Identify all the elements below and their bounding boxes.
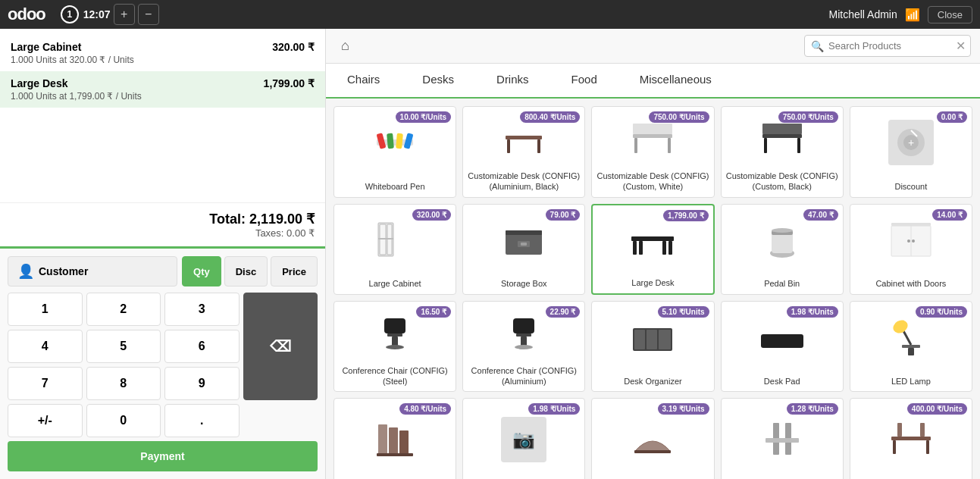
key-.[interactable]: . bbox=[164, 404, 240, 437]
key-8[interactable]: 8 bbox=[86, 367, 161, 400]
product-row4-1[interactable]: 4.80 ₹/Units bbox=[333, 398, 456, 479]
svg-rect-11 bbox=[633, 124, 672, 134]
product-name: Large Cabinet bbox=[334, 275, 456, 293]
product-cust-desk-alu-black[interactable]: 800.40 ₹/Units Customizable Desk (CONFIG… bbox=[462, 106, 585, 198]
product-desk-pad[interactable]: 1.98 ₹/Units Desk Pad bbox=[721, 301, 844, 393]
svg-text:+: + bbox=[908, 136, 914, 149]
tab-food[interactable]: Food bbox=[550, 64, 618, 97]
customer-button[interactable]: 👤 Customer bbox=[8, 256, 177, 286]
price-badge: 14.00 ₹ bbox=[932, 209, 967, 221]
key-5[interactable]: 5 bbox=[86, 330, 161, 363]
price-badge: 400.00 ₹/Units bbox=[907, 403, 967, 415]
svg-rect-63 bbox=[634, 450, 671, 453]
price-badge: 1.98 ₹/Units bbox=[787, 306, 838, 318]
price-badge: 750.00 ₹/Units bbox=[778, 111, 838, 123]
price-badge: 0.90 ₹/Units bbox=[916, 306, 967, 318]
svg-rect-14 bbox=[797, 138, 800, 153]
product-name: Conference Chair (CONFIG) (Aluminium) bbox=[463, 362, 584, 392]
product-pedal-bin[interactable]: 47.00 ₹ Pedal Bin bbox=[721, 204, 844, 295]
svg-rect-47 bbox=[516, 333, 531, 337]
product-large-cabinet[interactable]: 320.00 ₹ Large Cabinet bbox=[333, 204, 456, 295]
product-name: Discount bbox=[850, 178, 972, 196]
price-badge: 320.00 ₹ bbox=[412, 209, 451, 221]
product-discount[interactable]: 0.00 ₹ + Discount bbox=[850, 106, 972, 198]
home-button[interactable]: ⌂ bbox=[335, 35, 355, 57]
session-time: 12:07 bbox=[83, 8, 111, 20]
svg-rect-70 bbox=[897, 423, 902, 437]
svg-rect-46 bbox=[513, 318, 534, 333]
product-conf-chair-alu[interactable]: 22.90 ₹ Conference Chair (CONFIG) (Alumi… bbox=[462, 301, 585, 393]
key-7[interactable]: 7 bbox=[8, 367, 83, 400]
svg-rect-3 bbox=[396, 133, 403, 149]
disc-mode-button[interactable]: Disc bbox=[224, 256, 268, 286]
product-led-lamp[interactable]: 0.90 ₹/Units LED Lamp bbox=[850, 301, 972, 393]
price-badge: 3.19 ₹/Units bbox=[658, 403, 709, 415]
left-panel: Large Cabinet 320.00 ₹ 1.000 Units at 32… bbox=[0, 29, 326, 479]
price-badge: 800.40 ₹/Units bbox=[520, 111, 580, 123]
order-total-section: Total: 2,119.00 ₹ Taxes: 0.00 ₹ bbox=[0, 202, 325, 246]
svg-rect-62 bbox=[377, 453, 413, 456]
order-item-large-cabinet[interactable]: Large Cabinet 320.00 ₹ 1.000 Units at 32… bbox=[0, 35, 325, 71]
key-+minus[interactable]: +/- bbox=[8, 404, 83, 437]
key-9[interactable]: 9 bbox=[164, 367, 240, 400]
tab-chairs[interactable]: Chairs bbox=[326, 64, 401, 97]
price-badge: 1,799.00 ₹ bbox=[663, 210, 709, 221]
key-1[interactable]: 1 bbox=[8, 293, 83, 326]
product-storage-box[interactable]: 79.00 ₹ Storage Box bbox=[462, 204, 585, 295]
odoo-logo: odoo bbox=[8, 5, 45, 24]
svg-rect-59 bbox=[378, 424, 387, 455]
price-mode-button[interactable]: Price bbox=[271, 256, 318, 286]
session-number: 1 bbox=[61, 5, 79, 23]
svg-rect-32 bbox=[662, 241, 666, 255]
add-order-button[interactable]: + bbox=[114, 4, 135, 25]
search-input[interactable] bbox=[828, 40, 956, 52]
product-cust-desk-custom-black[interactable]: 750.00 ₹/Units Customizable Desk (CONFIG… bbox=[721, 106, 844, 198]
key-4[interactable]: 4 bbox=[8, 330, 83, 363]
product-row4-3[interactable]: 3.19 ₹/Units bbox=[591, 398, 714, 479]
key-0[interactable]: 0 bbox=[86, 404, 161, 437]
product-name: Pedal Bin bbox=[722, 275, 843, 293]
product-row4-2[interactable]: 1.98 ₹/Units 📷 bbox=[462, 398, 585, 479]
product-row4-5[interactable]: 400.00 ₹/Units bbox=[850, 398, 972, 479]
search-clear-button[interactable]: ✕ bbox=[956, 39, 966, 53]
key-backspace[interactable]: ⌫ bbox=[243, 293, 318, 400]
order-item-large-desk[interactable]: Large Desk 1,799.00 ₹ 1.000 Units at 1,7… bbox=[0, 71, 325, 108]
key-3[interactable]: 3 bbox=[164, 293, 240, 326]
tab-miscellaneous[interactable]: Miscellaneous bbox=[618, 64, 733, 97]
user-name: Mitchell Admin bbox=[828, 8, 897, 20]
search-icon: 🔍 bbox=[811, 40, 824, 52]
product-cust-desk-custom-white[interactable]: 750.00 ₹/Units Customizable Desk (CONFIG… bbox=[591, 106, 714, 198]
product-name: Large Desk bbox=[593, 274, 712, 293]
qty-mode-button[interactable]: Qty bbox=[182, 256, 221, 286]
category-tabs: Chairs Desks Drinks Food Miscellaneous bbox=[326, 64, 980, 99]
session-info: 1 12:07 bbox=[61, 5, 111, 23]
item-name: Large Desk bbox=[11, 77, 67, 89]
product-cabinet-with-doors[interactable]: 14.00 ₹ Cabinet with Doors bbox=[850, 204, 972, 295]
numpad-top-row: 👤 Customer Qty Disc Price bbox=[8, 256, 318, 286]
svg-rect-31 bbox=[639, 241, 643, 255]
product-whiteboard-pen[interactable]: 10.00 ₹/Units Whiteboard Pen bbox=[333, 106, 456, 198]
product-large-desk[interactable]: 1,799.00 ₹ Large Desk bbox=[591, 204, 714, 295]
product-name: LED Lamp bbox=[850, 373, 972, 391]
numpad-area: 👤 Customer Qty Disc Price 123⌫456789+/-0… bbox=[0, 246, 325, 479]
svg-rect-54 bbox=[761, 334, 803, 348]
product-conf-chair-steel[interactable]: 16.50 ₹ Conference Chair (CONFIG) (Steel… bbox=[333, 301, 456, 393]
svg-rect-28 bbox=[631, 236, 674, 241]
close-button[interactable]: Close bbox=[928, 6, 972, 23]
svg-point-41 bbox=[912, 240, 915, 243]
product-desk-organizer[interactable]: 5.10 ₹/Units Desk Organizer bbox=[591, 301, 714, 393]
right-topbar: ⌂ 🔍 ✕ bbox=[326, 29, 980, 64]
svg-rect-67 bbox=[891, 437, 931, 440]
svg-rect-69 bbox=[926, 440, 929, 454]
key-2[interactable]: 2 bbox=[86, 293, 161, 326]
customer-label: Customer bbox=[39, 265, 88, 277]
tab-desks[interactable]: Desks bbox=[401, 64, 475, 97]
tab-drinks[interactable]: Drinks bbox=[475, 64, 550, 97]
product-name: Conference Chair (CONFIG) (Steel) bbox=[334, 362, 456, 392]
topbar: odoo 1 12:07 + − Mitchell Admin 📶 Close bbox=[0, 0, 980, 29]
minus-button[interactable]: − bbox=[138, 4, 159, 25]
item-detail: 1.000 Units at 1,799.00 ₹ / Units bbox=[11, 91, 315, 102]
product-row4-4[interactable]: 1.28 ₹/Units bbox=[721, 398, 844, 479]
payment-button[interactable]: Payment bbox=[8, 441, 318, 471]
key-6[interactable]: 6 bbox=[164, 330, 240, 363]
